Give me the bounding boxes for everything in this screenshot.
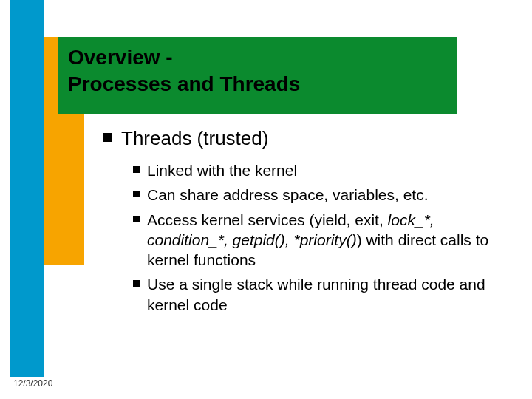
square-bullet-icon <box>133 166 140 173</box>
slide-title: Overview - Processes and Threads <box>68 44 437 98</box>
bullet-level2: Can share address space, variables, etc. <box>133 185 502 205</box>
bullet-level1-text: Threads (trusted) <box>121 127 268 150</box>
bullet-level2: Linked with the kernel <box>133 160 502 180</box>
footer-date: 12/3/2020 <box>13 378 52 389</box>
bullet-level2-text: Linked with the kernel <box>147 160 297 180</box>
bullet-level2-list: Linked with the kernel Can share address… <box>133 160 502 315</box>
slide: Overview - Processes and Threads Threads… <box>0 0 532 399</box>
bullet-level2: Access kernel services (yield, exit, loc… <box>133 210 502 270</box>
text-span: Access kernel services (yield, exit, <box>147 211 388 228</box>
title-line-1: Overview - <box>68 46 173 69</box>
slide-content: Threads (trusted) Linked with the kernel… <box>103 127 502 319</box>
bullet-level2-text: Can share address space, variables, etc. <box>147 185 429 205</box>
bullet-level2-text: Access kernel services (yield, exit, loc… <box>147 210 502 270</box>
square-bullet-icon <box>133 216 140 222</box>
bullet-level2-text: Use a single stack while running thread … <box>147 274 502 315</box>
title-line-2: Processes and Threads <box>68 72 300 95</box>
square-bullet-icon <box>133 280 140 287</box>
square-bullet-icon <box>133 191 140 197</box>
bullet-level2: Use a single stack while running thread … <box>133 274 502 315</box>
blue-accent-bar <box>10 0 44 377</box>
square-bullet-icon <box>103 133 112 142</box>
bullet-level1: Threads (trusted) <box>103 127 502 150</box>
